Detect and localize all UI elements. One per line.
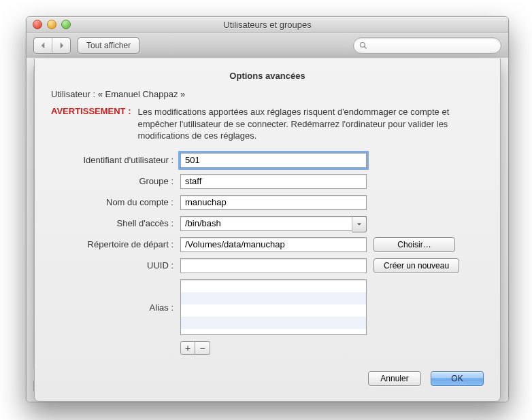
home-dir-label: Répertoire de départ : (51, 239, 173, 249)
warning-text: Les modifications apportées aux réglages… (138, 106, 484, 142)
chevron-left-icon (40, 42, 46, 49)
chevron-right-icon (59, 42, 65, 49)
advanced-form: Identifiant d'utilisateur : Groupe : Nom… (51, 153, 484, 355)
nav-segmented (33, 37, 71, 54)
user-line: Utilisateur : « Emanuel Chappaz » (51, 89, 484, 99)
window-title: Utilisateurs et groupes (27, 20, 508, 30)
choose-button[interactable]: Choisir… (373, 237, 455, 252)
sheet-heading: Options avancées (51, 71, 484, 81)
search-input[interactable] (370, 40, 495, 51)
titlebar: Utilisateurs et groupes (27, 17, 508, 33)
show-all-button[interactable]: Tout afficher (78, 37, 139, 54)
search-field[interactable] (353, 37, 501, 54)
user-id-field[interactable] (180, 153, 367, 168)
sheet-footer: Annuler OK (51, 371, 484, 386)
group-label: Groupe : (51, 176, 173, 186)
back-button[interactable] (34, 38, 52, 53)
alias-add-button[interactable]: + (180, 341, 195, 355)
chevron-down-icon (356, 222, 362, 227)
account-name-field[interactable] (180, 195, 367, 210)
zoom-icon[interactable] (61, 20, 71, 29)
create-new-button[interactable]: Créer un nouveau (373, 258, 459, 273)
svg-point-0 (361, 43, 365, 48)
alias-list[interactable] (180, 279, 367, 335)
alias-remove-button[interactable]: − (195, 341, 210, 355)
login-shell-dropdown[interactable] (352, 216, 367, 232)
minimize-icon[interactable] (47, 20, 56, 29)
login-shell-label: Shell d'accès : (51, 218, 173, 228)
user-id-label: Identifiant d'utilisateur : (51, 155, 173, 165)
home-dir-field[interactable] (180, 237, 367, 252)
forward-button[interactable] (52, 38, 70, 53)
prefs-window: Utilisateurs et groupes Tout afficher Ut… (26, 16, 509, 402)
group-field[interactable] (180, 174, 367, 189)
toolbar: Tout afficher (27, 33, 508, 59)
traffic-lights (27, 20, 71, 29)
cancel-button[interactable]: Annuler (368, 371, 421, 386)
login-shell-field[interactable] (180, 216, 367, 231)
close-icon[interactable] (33, 20, 42, 29)
search-icon (359, 41, 367, 50)
advanced-options-sheet: Options avancées Utilisateur : « Emanuel… (34, 58, 501, 402)
account-name-label: Nom du compte : (51, 197, 173, 207)
svg-line-1 (365, 47, 367, 49)
uuid-label: UUID : (51, 260, 173, 270)
ok-button[interactable]: OK (431, 371, 484, 386)
warning-label: AVERTISSEMENT : (51, 106, 131, 142)
alias-label: Alias : (51, 301, 173, 313)
uuid-field[interactable] (180, 258, 367, 273)
